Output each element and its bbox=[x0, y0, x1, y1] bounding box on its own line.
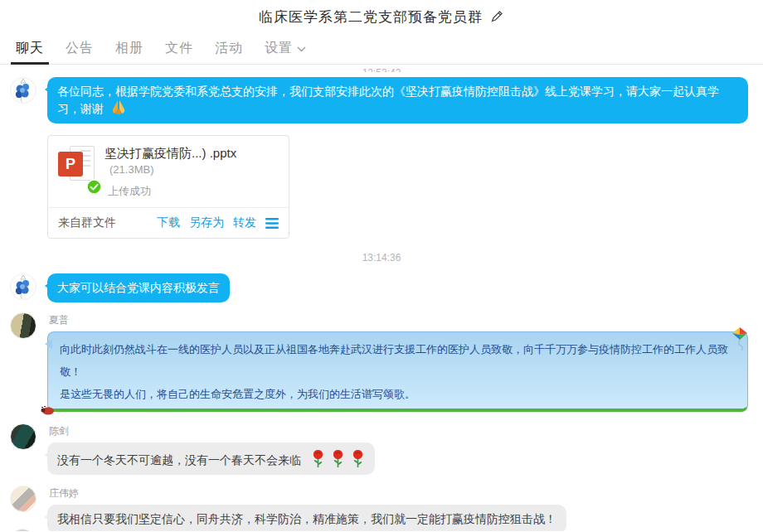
blue-flower-pendant-avatar-image bbox=[12, 274, 34, 299]
tab-activities[interactable]: 活动 bbox=[204, 33, 254, 65]
chevron-down-icon bbox=[297, 46, 306, 52]
tab-settings[interactable]: 设置 bbox=[254, 33, 317, 65]
chat-bubble[interactable]: 我相信只要我们坚定信心，同舟共济，科学防治，精准施策，我们就一定能打赢疫情防控狙… bbox=[47, 505, 566, 531]
tab-activities-label: 活动 bbox=[215, 40, 243, 57]
rose-emoji bbox=[331, 449, 345, 468]
hamburger-menu-icon[interactable] bbox=[265, 218, 279, 229]
message-text-line1: 向此时此刻仍然战斗在一线的医护人员以及正从祖国各地奔赴武汉进行支援工作的医护人员… bbox=[60, 338, 736, 383]
powerpoint-file-icon: P bbox=[58, 146, 95, 186]
tab-settings-label: 设置 bbox=[265, 40, 293, 57]
bubble-tail bbox=[40, 85, 51, 94]
folded-hands-emoji bbox=[109, 99, 128, 116]
upload-status-text: 上传成功 bbox=[104, 184, 279, 199]
edit-group-name-icon[interactable] bbox=[489, 9, 504, 24]
bubble-tail bbox=[40, 450, 51, 460]
rose-emoji-group bbox=[311, 449, 365, 468]
tab-files-label: 文件 bbox=[165, 40, 193, 57]
save-as-link[interactable]: 另存为 bbox=[189, 215, 224, 230]
upload-success-check-icon bbox=[86, 179, 102, 195]
sender-name: 庄伟婷 bbox=[49, 486, 751, 501]
message-text: 我相信只要我们坚定信心，同舟共济，科学防治，精准施策，我们就一定能打赢疫情防控狙… bbox=[57, 512, 556, 525]
tab-files[interactable]: 文件 bbox=[154, 33, 204, 65]
message-text: 大家可以结合党课内容积极发言 bbox=[57, 281, 220, 294]
tab-announcement-label: 公告 bbox=[66, 40, 94, 57]
message-row-zhuangweiting: 庄伟婷 我相信只要我们坚定信心，同舟共济，科学防治，精准施策，我们就一定能打赢疫… bbox=[0, 478, 763, 531]
file-source-label: 来自群文件 bbox=[58, 215, 148, 230]
file-attachment-card[interactable]: P 坚决打赢疫情防...) .pptx (21.3MB) 上传成功 来自群文件 bbox=[47, 135, 289, 239]
message-row-owner-2: 大家可以结合党课内容积极发言 bbox=[0, 268, 763, 306]
file-card-footer: 来自群文件 下载 另存为 转发 bbox=[48, 207, 289, 238]
avatar-zhuangweiting[interactable] bbox=[10, 486, 36, 512]
avatar-group-owner[interactable] bbox=[10, 77, 36, 104]
tab-chat-label: 聊天 bbox=[16, 40, 44, 57]
message-row-xiapu: 夏普 向此时此刻仍然战斗在一线的医护人员以及 bbox=[0, 306, 763, 415]
message-text: 没有一个冬天不可逾越，没有一个春天不会来临 bbox=[57, 453, 301, 467]
chat-bubble-skinned[interactable]: 向此时此刻仍然战斗在一线的医护人员以及正从祖国各地奔赴武汉进行支援工作的医护人员… bbox=[47, 331, 748, 412]
tab-bar: 聊天 公告 相册 文件 活动 设置 bbox=[0, 33, 763, 65]
timestamp-clipped: 12:53:42 bbox=[0, 65, 763, 72]
forward-link[interactable]: 转发 bbox=[233, 215, 256, 230]
avatar-group-owner[interactable] bbox=[10, 273, 36, 300]
ladybug-decoration-icon bbox=[40, 405, 55, 415]
message-row-owner-1: 各位同志，根据学院党委和系党总支的安排，我们支部安排此次的《坚决打赢疫情防控阻击… bbox=[0, 72, 763, 127]
group-title: 临床医学系第二党支部预备党员群 bbox=[259, 7, 483, 27]
message-text-line2: 是这些无畏的人们，将自己的生命安危置之度外，为我们的生活谱写颂歌。 bbox=[60, 383, 736, 405]
chat-message-list[interactable]: 12:53:42 各位同志，根据学院党委和系党总支的安排，我们支部安排此次的 bbox=[0, 65, 763, 531]
chat-bubble[interactable]: 大家可以结合党课内容积极发言 bbox=[47, 273, 230, 302]
tab-album-label: 相册 bbox=[115, 40, 143, 57]
file-name[interactable]: 坚决打赢疫情防...) .pptx bbox=[104, 146, 236, 160]
rose-emoji bbox=[311, 449, 325, 468]
tab-announcement[interactable]: 公告 bbox=[55, 33, 104, 65]
download-link[interactable]: 下载 bbox=[157, 215, 180, 230]
bubble-tail bbox=[40, 281, 51, 291]
rose-emoji bbox=[351, 449, 365, 468]
message-row-chenjian: 陈剑 没有一个冬天不可逾越，没有一个春天不会来临 bbox=[0, 415, 763, 478]
chat-bubble[interactable]: 没有一个冬天不可逾越，没有一个春天不会来临 bbox=[47, 443, 375, 475]
tab-album[interactable]: 相册 bbox=[104, 33, 154, 65]
file-size: (21.3MB) bbox=[109, 163, 153, 176]
powerpoint-p-glyph: P bbox=[58, 152, 83, 177]
tab-chat[interactable]: 聊天 bbox=[5, 33, 55, 65]
next-message-avatar-sliver bbox=[10, 529, 35, 531]
sender-name: 夏普 bbox=[49, 313, 751, 327]
sender-name: 陈剑 bbox=[49, 424, 751, 438]
avatar-xiapu[interactable] bbox=[10, 312, 36, 339]
group-header: 临床医学系第二党支部预备党员群 bbox=[0, 0, 763, 33]
message-text: 各位同志，根据学院党委和系党总支的安排，我们支部安排此次的《坚决打赢疫情防控阻击… bbox=[57, 85, 719, 115]
bubble-tail bbox=[40, 512, 51, 522]
kite-decoration-icon bbox=[729, 326, 751, 351]
avatar-chenjian[interactable] bbox=[10, 423, 36, 450]
timestamp: 13:14:36 bbox=[0, 247, 763, 268]
chat-bubble[interactable]: 各位同志，根据学院党委和系党总支的安排，我们支部安排此次的《坚决打赢疫情防控阻击… bbox=[47, 77, 748, 123]
avatar-partial bbox=[10, 529, 35, 531]
blue-flower-pendant-avatar-image bbox=[12, 78, 34, 103]
file-card-top: P 坚决打赢疫情防...) .pptx (21.3MB) 上传成功 bbox=[48, 136, 289, 207]
group-chat-window: 临床医学系第二党支部预备党员群 聊天 公告 相册 文件 活动 设置 bbox=[0, 0, 763, 532]
bubble-tail bbox=[40, 339, 52, 349]
